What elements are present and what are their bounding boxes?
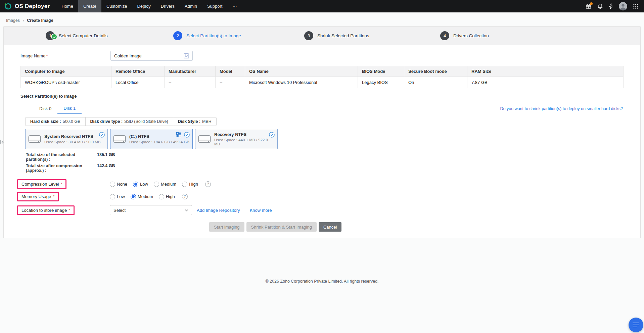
sidebar-expand-handle[interactable] (0, 140, 4, 145)
col-os-name: OS Name (245, 66, 358, 77)
know-more-link[interactable]: Know more (250, 208, 272, 213)
radio-low[interactable] (110, 194, 115, 199)
radio-medium[interactable] (154, 182, 159, 187)
step-drivers-collection[interactable]: 4 Drivers Collection (440, 27, 489, 45)
topbar-icons (585, 2, 644, 10)
image-name-input[interactable]: Golden Image (110, 51, 193, 61)
partition-card-c-drive[interactable]: (C:) NTFS Used Space : 184.6 GB / 499.4 … (110, 129, 193, 149)
step-select-computer-details[interactable]: 1 Select Computer Details (46, 27, 108, 45)
hard-drive-icon (113, 134, 126, 144)
radio-low-selected[interactable] (133, 182, 138, 187)
tab-disk-0[interactable]: Disk 0 (33, 106, 57, 114)
os-partition-icon (176, 132, 181, 137)
disk-size-value: 500.0 GB (63, 119, 81, 124)
partition-card-recovery[interactable]: Recovery NTFS Used Space : 440.1 MB / 52… (195, 129, 278, 149)
compression-option-medium[interactable]: Medium (154, 182, 176, 187)
memory-usage-label-text: Memory Usage (21, 194, 51, 199)
nav-item-support[interactable]: Support (202, 0, 228, 12)
footer: © 2026 Zoho Corporation Private Limited.… (0, 279, 644, 284)
nav-item-home[interactable]: Home (56, 0, 78, 12)
shrink-partitions-link[interactable]: Do you want to shrink partition(s) to de… (500, 106, 623, 111)
location-select-value: Select (113, 208, 126, 213)
table-row: WORKGROUP \ osd-master Local Office -- -… (21, 77, 624, 88)
compression-level-label-text: Compression Level (21, 182, 59, 187)
memory-help-icon[interactable]: ? (182, 194, 188, 199)
action-buttons: Start imaging Shrink Partition & Start I… (209, 222, 640, 232)
compression-help-icon[interactable]: ? (205, 181, 211, 187)
cell-bios-mode: Legacy BIOS (358, 77, 404, 88)
radio-high[interactable] (159, 194, 164, 199)
memory-usage-label: Memory Usage* (17, 192, 59, 201)
add-image-repository-link[interactable]: Add Image Repository (197, 208, 240, 213)
image-name-label: Image Name* (20, 53, 110, 58)
partition-used-space: Used Space : 440.1 MB / 522.0 MB (214, 138, 275, 146)
disk-tabs: Disk 0 Disk 1 Do you want to shrink part… (4, 104, 640, 114)
required-asterisk: * (53, 194, 54, 199)
disk-size-label: Hard disk size : (30, 119, 61, 124)
app-logo[interactable]: OS Deployer (0, 2, 56, 10)
breadcrumb-separator: › (22, 18, 24, 23)
memory-option-low[interactable]: Low (110, 194, 125, 199)
disk-info-bar: Hard disk size : 500.0 GB Disk drive typ… (25, 117, 217, 126)
start-imaging-button[interactable]: Start imaging (209, 222, 244, 232)
breadcrumb-images-link[interactable]: Images (6, 18, 20, 23)
col-remote-office: Remote Office (111, 66, 165, 77)
step-completed-check-icon (51, 34, 57, 40)
breadcrumb: Images › Create Image (6, 18, 644, 23)
radio-none[interactable] (110, 182, 115, 187)
compression-option-high[interactable]: High (182, 182, 198, 187)
main-nav: Home Create Customize Deploy Drivers Adm… (56, 0, 242, 12)
memory-option-medium[interactable]: Medium (131, 194, 153, 199)
quick-actions-flash-icon[interactable] (609, 3, 613, 9)
user-avatar[interactable] (619, 2, 627, 10)
image-icon (184, 53, 189, 58)
notifications-bell-icon[interactable] (597, 3, 603, 9)
cell-os-name: Microsoft Windows 10 Professional (245, 77, 358, 88)
step-1-label: Select Computer Details (59, 33, 108, 38)
compression-option-low[interactable]: Low (133, 182, 148, 187)
partition-cards: System Reserved NTFS Used Space : 30.4 M… (25, 129, 640, 149)
tab-disk-1[interactable]: Disk 1 (57, 106, 82, 114)
compression-option-none[interactable]: None (110, 182, 127, 187)
nav-item-create[interactable]: Create (78, 0, 101, 12)
step-select-partitions[interactable]: 2 Select Partition(s) to Image (173, 27, 241, 45)
step-3-circle: 3 (304, 31, 313, 40)
link-divider (245, 208, 245, 213)
radio-medium-selected[interactable] (131, 194, 136, 199)
zoho-corporation-link[interactable]: Zoho Corporation Private Limited. (280, 279, 343, 284)
copyright-prefix: © 2026 (265, 279, 279, 284)
required-asterisk: * (60, 182, 62, 187)
radio-high[interactable] (182, 182, 187, 187)
step-shrink-partitions[interactable]: 3 Shrink Selected Partitions (304, 27, 369, 45)
partition-card-system-reserved[interactable]: System Reserved NTFS Used Space : 30.4 M… (25, 129, 108, 149)
total-selected-value: 185.1 GB (97, 152, 115, 162)
partition-used-space: Used Space : 30.4 MB / 50.0 MB (44, 140, 100, 144)
partition-name: System Reserved NTFS (44, 134, 100, 139)
apps-grid-icon[interactable] (633, 3, 639, 9)
disk-style-value: MBR (202, 119, 212, 124)
col-model: Model (216, 66, 245, 77)
disk-type-value: SSD (Solid State Drive) (124, 119, 168, 124)
os-deployer-app: OS Deployer Home Create Customize Deploy… (0, 0, 644, 333)
step-4-number: 4 (444, 33, 446, 38)
rewards-icon[interactable] (585, 3, 592, 9)
notification-dot (590, 2, 593, 5)
step-2-label: Select Partition(s) to Image (186, 33, 241, 38)
location-select[interactable]: Select (110, 205, 192, 215)
location-label: Location to store image* (17, 205, 75, 215)
memory-option-high[interactable]: High (159, 194, 175, 199)
chevron-down-icon (185, 209, 188, 211)
nav-item-admin[interactable]: Admin (180, 0, 202, 12)
partition-used-space: Used Space : 184.6 GB / 499.4 GB (129, 140, 189, 144)
nav-item-deploy[interactable]: Deploy (132, 0, 155, 12)
shrink-and-start-imaging-button[interactable]: Shrink Partition & Start Imaging (246, 222, 317, 232)
disk-size-segment: Hard disk size : 500.0 GB (26, 117, 85, 126)
nav-item-more[interactable]: ⋯ (227, 0, 242, 12)
nav-item-customize[interactable]: Customize (101, 0, 132, 12)
cancel-button[interactable]: Cancel (319, 222, 341, 232)
total-selected-label: Total size of the selected partition(s) … (26, 152, 97, 162)
floating-menu-button[interactable] (629, 318, 643, 332)
nav-item-drivers[interactable]: Drivers (156, 0, 180, 12)
compression-level-label: Compression Level* (17, 179, 66, 189)
disk-style-segment: Disk Style : MBR (173, 117, 216, 126)
